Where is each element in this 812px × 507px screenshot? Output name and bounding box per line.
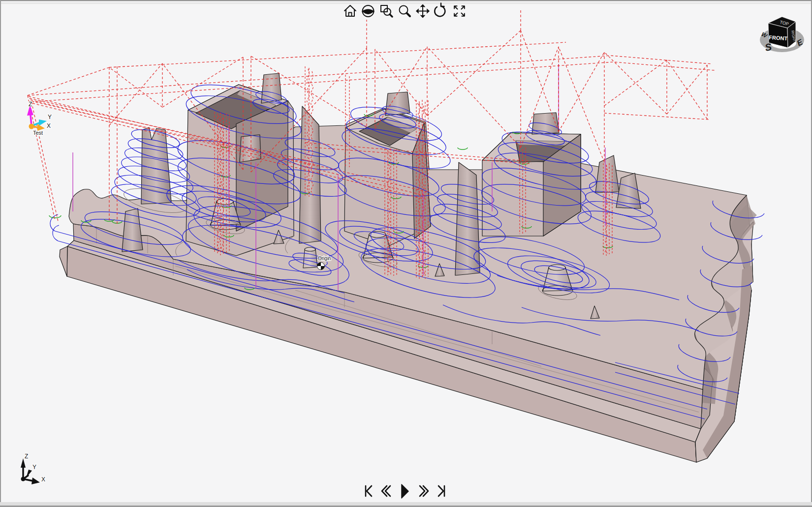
svg-text:Test: Test xyxy=(33,130,43,136)
svg-text:Origin: Origin xyxy=(318,256,331,261)
svg-text:X: X xyxy=(47,122,51,129)
svg-text:Z: Z xyxy=(25,453,28,460)
svg-text:Z: Z xyxy=(29,101,32,108)
svg-text:Y: Y xyxy=(32,464,36,471)
svg-text:X: X xyxy=(41,476,45,483)
svg-text:Y: Y xyxy=(48,114,52,120)
